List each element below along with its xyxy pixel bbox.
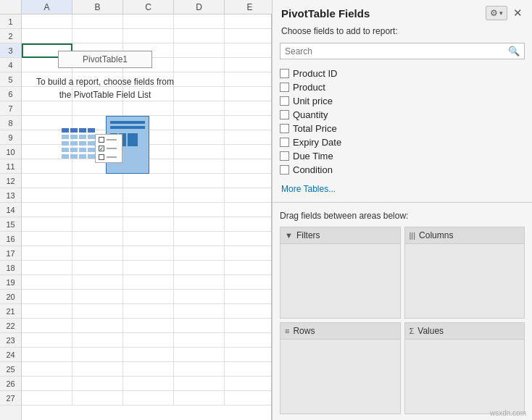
row-num-26: 26 bbox=[0, 377, 21, 391]
field-item[interactable]: Unit price bbox=[280, 94, 525, 108]
cell-e2[interactable] bbox=[225, 29, 271, 43]
row-num-15: 15 bbox=[0, 217, 21, 232]
cell-e1[interactable] bbox=[225, 14, 271, 29]
area-icon: ||| bbox=[410, 231, 416, 240]
field-checkbox[interactable] bbox=[280, 83, 289, 92]
area-box-values[interactable]: ΣValues bbox=[404, 322, 525, 414]
field-label: Unit price bbox=[293, 96, 333, 106]
pivot-instruction: To build a report, choose fields from th… bbox=[33, 75, 178, 101]
search-input[interactable] bbox=[285, 46, 508, 56]
row-num-23: 23 bbox=[0, 333, 21, 348]
pivot-doc-icon: ✓ bbox=[102, 112, 149, 174]
cell-a1[interactable] bbox=[22, 14, 72, 29]
row-numbers: 1 2 3 4 5 6 7 8 9 10 11 12 13 14 15 16 1… bbox=[0, 14, 22, 420]
grid-cells[interactable]: PivotTable1 To build a report, choose fi… bbox=[22, 14, 271, 420]
row-num-12: 12 bbox=[0, 174, 21, 188]
field-label: Quantity bbox=[293, 109, 328, 120]
row-num-6: 6 bbox=[0, 87, 21, 101]
row-num-24: 24 bbox=[0, 348, 21, 362]
grid-row bbox=[22, 377, 271, 391]
grid-row bbox=[22, 217, 271, 232]
panel-subtitle: Choose fields to add to report: bbox=[273, 24, 532, 40]
corner-cell bbox=[0, 0, 22, 14]
cell-d1[interactable] bbox=[174, 14, 225, 29]
gear-icon: ⚙ bbox=[490, 8, 498, 18]
field-item[interactable]: Due Time bbox=[280, 149, 525, 163]
field-checkbox[interactable] bbox=[280, 124, 289, 133]
col-header-b[interactable]: B bbox=[72, 0, 123, 14]
settings-icon-button[interactable]: ⚙ ▾ bbox=[486, 6, 507, 20]
pivot-panel: PivotTable Fields ⚙ ▾ ✕ Choose fields to… bbox=[272, 0, 532, 420]
pivot-table-label: PivotTable1 bbox=[58, 51, 152, 68]
row-num-4: 4 bbox=[0, 58, 21, 72]
field-checkbox[interactable] bbox=[280, 110, 289, 119]
row-num-11: 11 bbox=[0, 159, 21, 174]
field-checkbox[interactable] bbox=[280, 165, 289, 175]
area-header: ΣValues bbox=[405, 323, 525, 340]
area-label: Values bbox=[417, 326, 444, 336]
area-box-columns[interactable]: |||Columns bbox=[404, 227, 525, 319]
row-num-13: 13 bbox=[0, 188, 21, 203]
col-headers: A B C D E bbox=[0, 0, 271, 14]
grid-row bbox=[22, 174, 271, 188]
cell-b2[interactable] bbox=[72, 29, 123, 43]
grid-row bbox=[22, 14, 271, 29]
close-button[interactable]: ✕ bbox=[511, 7, 525, 20]
row-num-8: 8 bbox=[0, 116, 21, 130]
row-num-21: 21 bbox=[0, 304, 21, 319]
field-checkbox[interactable] bbox=[280, 96, 289, 106]
field-item[interactable]: Total Price bbox=[280, 122, 525, 135]
area-label: Rows bbox=[293, 326, 315, 336]
area-body[interactable] bbox=[405, 340, 525, 413]
row-num-19: 19 bbox=[0, 275, 21, 290]
row-num-3: 3 bbox=[0, 43, 21, 58]
grid-row bbox=[22, 232, 271, 246]
more-tables-link[interactable]: More Tables... bbox=[273, 180, 532, 198]
col-header-d[interactable]: D bbox=[174, 0, 225, 14]
field-label: Total Price bbox=[293, 123, 337, 134]
cell-b1[interactable] bbox=[72, 14, 123, 29]
area-header: |||Columns bbox=[405, 227, 525, 244]
area-box-rows[interactable]: ≡Rows bbox=[280, 322, 401, 414]
field-checkbox[interactable] bbox=[280, 138, 289, 147]
field-checkbox[interactable] bbox=[280, 151, 289, 161]
watermark: wsxdn.com bbox=[490, 409, 526, 417]
area-body[interactable] bbox=[280, 340, 400, 413]
field-item[interactable]: Quantity bbox=[280, 108, 525, 122]
field-label: Product ID bbox=[293, 68, 337, 79]
grid-row bbox=[22, 261, 271, 275]
cell-d3[interactable] bbox=[174, 43, 225, 58]
row-num-5: 5 bbox=[0, 72, 21, 87]
field-label: Condition bbox=[293, 164, 333, 175]
grid-row bbox=[22, 333, 271, 348]
grid-row bbox=[22, 203, 271, 217]
area-body[interactable] bbox=[405, 244, 525, 318]
field-item[interactable]: Product bbox=[280, 80, 525, 94]
area-box-filters[interactable]: ▼Filters bbox=[280, 227, 401, 319]
cell-a2[interactable] bbox=[22, 29, 72, 43]
col-header-a[interactable]: A bbox=[22, 0, 72, 14]
cell-c2[interactable] bbox=[123, 29, 174, 43]
col-header-e[interactable]: E bbox=[225, 0, 275, 14]
grid-row bbox=[22, 391, 271, 406]
col-header-c[interactable]: C bbox=[123, 0, 174, 14]
row-num-25: 25 bbox=[0, 362, 21, 377]
grid-row bbox=[22, 29, 271, 43]
row-num-27: 27 bbox=[0, 391, 21, 406]
cell-d2[interactable] bbox=[174, 29, 225, 43]
area-label: Columns bbox=[419, 230, 453, 240]
row-num-2: 2 bbox=[0, 29, 21, 43]
search-box[interactable]: 🔍 bbox=[280, 43, 525, 59]
panel-wrapper: PivotTable Fields ⚙ ▾ ✕ Choose fields to… bbox=[273, 0, 532, 420]
field-item[interactable]: Product ID bbox=[280, 67, 525, 80]
field-checkbox[interactable] bbox=[280, 69, 289, 78]
field-item[interactable]: Condition bbox=[280, 163, 525, 177]
area-body[interactable] bbox=[280, 244, 400, 318]
row-num-14: 14 bbox=[0, 203, 21, 217]
field-item[interactable]: Expiry Date bbox=[280, 135, 525, 149]
drag-section-label: Drag fields between areas below: bbox=[273, 206, 532, 224]
cell-c1[interactable] bbox=[123, 14, 174, 29]
cell-e3[interactable] bbox=[225, 43, 271, 58]
areas-grid: ▼Filters|||Columns≡RowsΣValues bbox=[273, 224, 532, 420]
area-header: ≡Rows bbox=[280, 323, 400, 340]
